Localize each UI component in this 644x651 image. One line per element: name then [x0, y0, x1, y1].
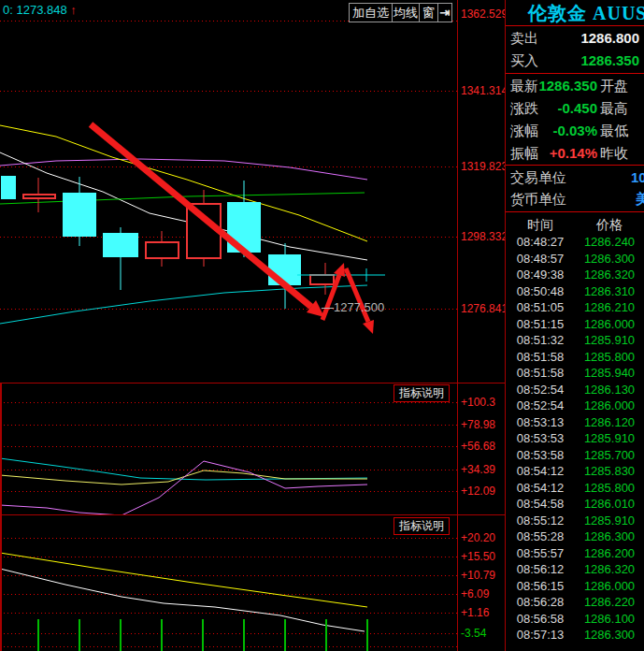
tick-time: 08:55:57 [506, 545, 575, 562]
axis-label: +6.09 [461, 587, 489, 600]
tick-time: 08:53:58 [506, 447, 575, 464]
tick-row: 08:49:381286.320 [506, 267, 644, 283]
panel-divider [0, 514, 505, 515]
tick-time: 08:51:05 [506, 299, 575, 316]
main-candlestick-chart[interactable] [0, 0, 457, 383]
bid-ask-box: 卖出 1286.800 买入 1286.350 [506, 26, 644, 74]
candlestick-up [23, 195, 55, 198]
tick-row: 08:48:271286.240 [506, 234, 644, 251]
macd-white [0, 569, 365, 631]
tick-row: 08:56:281286.220 [506, 594, 644, 611]
change-label: 涨跌 [510, 97, 538, 120]
tick-row: 08:57:131286.300 [506, 627, 644, 644]
amplitude-value: +0.14% [550, 142, 597, 165]
amplitude-label: 振幅 [510, 142, 538, 165]
currency-unit-value: 美 [636, 188, 644, 210]
tick-price: 1285.830 [575, 463, 644, 480]
tick-time: 08:50:48 [506, 283, 575, 300]
ma-value-readout: 0: 1273.848 ↑ [3, 3, 77, 17]
amplitude-row: 振幅 +0.14% 昨收 [506, 142, 644, 165]
kdj-magenta [0, 461, 367, 515]
tick-row: 08:53:531285.910 [506, 430, 644, 447]
add-watchlist-button[interactable]: 加自选 [349, 3, 393, 22]
indicator-help-button-2[interactable]: 指标说明 [394, 517, 450, 535]
axis-label: 1341.314 [461, 84, 508, 97]
tick-row: 08:48:571286.300 [506, 251, 644, 268]
tick-row: 08:55:571286.200 [506, 545, 644, 562]
macd-yellow [0, 553, 367, 607]
currency-unit-row: 货币单位 美 [506, 188, 644, 210]
tick-time: 08:48:27 [506, 234, 575, 251]
tick-time: 08:51:58 [506, 349, 575, 366]
panel-divider [0, 383, 505, 383]
buy-row: 买入 1286.350 [506, 50, 644, 72]
tick-time: 08:56:15 [506, 578, 575, 595]
collapse-right-icon[interactable]: ⇥ [437, 3, 452, 22]
tick-price: 1285.910 [575, 513, 644, 529]
tick-price: 1286.210 [575, 299, 644, 316]
tick-row: 08:54:121285.830 [506, 463, 644, 480]
axis-label: 1319.823 [461, 160, 508, 173]
tick-price: 1286.000 [575, 578, 644, 595]
ma-yellow [0, 125, 367, 241]
candlestick-up [146, 242, 179, 258]
tick-time: 08:54:12 [506, 463, 575, 480]
tick-price: 1286.200 [575, 545, 644, 562]
tick-time: 08:48:57 [506, 251, 575, 268]
indicator-panel-1-chart[interactable] [0, 383, 457, 515]
axis-label: +15.50 [461, 550, 495, 563]
change-value: -0.450 [557, 97, 597, 120]
time-column-header: 时间 [506, 212, 575, 236]
quote-panel: 伦敦金 AUUS 卖出 1286.800 买入 1286.350 最新 1286… [505, 0, 644, 651]
tick-row: 08:54:581286.010 [506, 496, 644, 513]
candlestick-down [103, 233, 138, 257]
tick-row: 08:55:121285.910 [506, 513, 644, 529]
tick-time: 08:55:28 [506, 528, 575, 545]
tick-price: 1286.120 [575, 414, 644, 431]
tick-time: 08:53:13 [506, 414, 575, 431]
left-border [0, 383, 2, 651]
tick-row: 08:55:281286.300 [506, 528, 644, 545]
sell-row: 卖出 1286.800 [506, 27, 644, 50]
last-row: 最新 1286.350 开盘 [506, 75, 644, 97]
pct-row: 涨幅 -0.03% 最低 [506, 120, 644, 142]
tick-price: 1286.320 [575, 267, 644, 283]
trading-terminal: 0: 1273.848 ↑ 加自选 均线 窗 ⇥ 指标说明 指标说明 —1277… [0, 0, 644, 651]
instrument-title: 伦敦金 AUUS [506, 0, 644, 26]
trend-arrow-head [363, 320, 374, 334]
candlestick-down [1, 176, 16, 199]
tick-table-header: 时间 价格 [506, 212, 644, 236]
tick-time: 08:55:12 [506, 513, 575, 529]
sell-value: 1286.800 [580, 27, 639, 50]
tick-price: 1286.300 [575, 251, 644, 268]
indicator-help-button-1[interactable]: 指标说明 [394, 384, 450, 402]
tick-price: 1286.310 [575, 283, 644, 300]
tick-price: 1286.320 [575, 561, 644, 578]
tick-price: 1285.700 [575, 447, 644, 464]
tick-row: 08:56:581286.100 [506, 611, 644, 628]
tick-price: 1286.220 [575, 594, 644, 611]
tick-price: 1285.910 [575, 430, 644, 447]
ma-value-text: 0: 1273.848 [3, 3, 67, 17]
tick-row: 08:51:051286.210 [506, 299, 644, 316]
tick-time: 08:57:13 [506, 627, 575, 644]
price-column-header: 价格 [575, 212, 644, 236]
tick-row: 08:51:151286.000 [506, 316, 644, 333]
stats-box: 最新 1286.350 开盘 涨跌 -0.450 最高 涨幅 -0.03% 最低… [506, 74, 644, 166]
trade-unit-row: 交易单位 100 [506, 166, 644, 188]
ma-toggle-button[interactable]: 均线 [392, 3, 420, 22]
last-value: 1286.350 [538, 75, 597, 97]
window-button[interactable]: 窗 [419, 3, 438, 22]
currency-unit-label: 货币单位 [510, 188, 566, 210]
tick-price: 1285.910 [575, 332, 644, 349]
tick-time: 08:53:53 [506, 430, 575, 447]
tick-price: 1286.300 [575, 627, 644, 644]
axis-label: +12.09 [461, 485, 495, 498]
axis-gutter: 1362.5291341.3141319.8231298.3321276.841… [457, 0, 506, 651]
ma-magenta [0, 159, 367, 180]
indicator-panel-2-chart[interactable] [0, 515, 457, 651]
tick-table-body[interactable]: 08:48:271286.24008:48:571286.30008:49:38… [506, 234, 644, 644]
tick-time: 08:52:54 [506, 398, 575, 414]
axis-label: +56.68 [461, 440, 495, 453]
tick-row: 08:54:121285.800 [506, 480, 644, 497]
